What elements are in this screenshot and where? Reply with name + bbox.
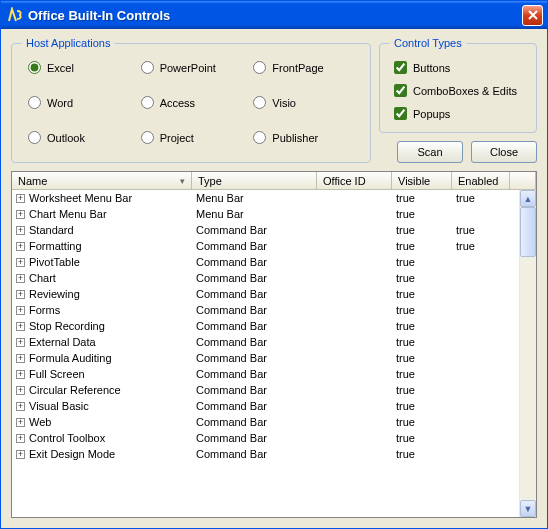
check-popups[interactable]: Popups <box>394 107 526 120</box>
table-header: Name ▾ Type Office ID Visible Enabled <box>12 172 536 190</box>
table-row[interactable]: +Chart Menu BarMenu Bartrue <box>12 206 519 222</box>
radio-input-publisher[interactable] <box>253 131 266 144</box>
radio-project[interactable]: Project <box>141 131 248 144</box>
expand-icon[interactable]: + <box>16 274 25 283</box>
radio-excel[interactable]: Excel <box>28 61 135 74</box>
table-row[interactable]: +Visual BasicCommand Bartrue <box>12 398 519 414</box>
radio-frontpage[interactable]: FrontPage <box>253 61 360 74</box>
row-type: Command Bar <box>192 272 317 284</box>
scroll-track[interactable] <box>520 207 536 500</box>
expand-icon[interactable]: + <box>16 194 25 203</box>
expand-icon[interactable]: + <box>16 322 25 331</box>
radio-visio[interactable]: Visio <box>253 96 360 109</box>
table-row[interactable]: +PivotTableCommand Bartrue <box>12 254 519 270</box>
expand-icon[interactable]: + <box>16 386 25 395</box>
row-type: Command Bar <box>192 352 317 364</box>
row-enabled: true <box>452 224 510 236</box>
controls-table: Name ▾ Type Office ID Visible Enabled +W… <box>11 171 537 518</box>
column-office-id[interactable]: Office ID <box>317 172 392 189</box>
check-input[interactable] <box>394 61 407 74</box>
column-name-label: Name <box>18 175 47 187</box>
column-name[interactable]: Name ▾ <box>12 172 192 189</box>
radio-input-frontpage[interactable] <box>253 61 266 74</box>
row-visible: true <box>392 304 452 316</box>
scroll-up-button[interactable]: ▲ <box>520 190 536 207</box>
scroll-down-button[interactable]: ▼ <box>520 500 536 517</box>
row-name: Full Screen <box>29 368 85 380</box>
expand-icon[interactable]: + <box>16 434 25 443</box>
radio-access[interactable]: Access <box>141 96 248 109</box>
app-icon <box>7 7 23 23</box>
row-type: Menu Bar <box>192 208 317 220</box>
row-type: Command Bar <box>192 432 317 444</box>
table-row[interactable]: +WebCommand Bartrue <box>12 414 519 430</box>
radio-outlook[interactable]: Outlook <box>28 131 135 144</box>
scan-button[interactable]: Scan <box>397 141 463 163</box>
row-visible: true <box>392 192 452 204</box>
table-row[interactable]: +FormsCommand Bartrue <box>12 302 519 318</box>
expand-icon[interactable]: + <box>16 450 25 459</box>
radio-powerpoint[interactable]: PowerPoint <box>141 61 248 74</box>
radio-label: FrontPage <box>272 62 323 74</box>
table-row[interactable]: +Circular ReferenceCommand Bartrue <box>12 382 519 398</box>
row-visible: true <box>392 256 452 268</box>
radio-input-powerpoint[interactable] <box>141 61 154 74</box>
table-row[interactable]: +External DataCommand Bartrue <box>12 334 519 350</box>
check-buttons[interactable]: Buttons <box>394 61 526 74</box>
expand-icon[interactable]: + <box>16 258 25 267</box>
table-row[interactable]: +Exit Design ModeCommand Bartrue <box>12 446 519 462</box>
expand-icon[interactable]: + <box>16 370 25 379</box>
titlebar[interactable]: Office Built-In Controls <box>1 1 547 29</box>
column-visible[interactable]: Visible <box>392 172 452 189</box>
expand-icon[interactable]: + <box>16 354 25 363</box>
check-label: Popups <box>413 108 450 120</box>
table-row[interactable]: +Worksheet Menu BarMenu Bartruetrue <box>12 190 519 206</box>
check-input[interactable] <box>394 107 407 120</box>
close-button[interactable]: Close <box>471 141 537 163</box>
expand-icon[interactable]: + <box>16 306 25 315</box>
table-row[interactable]: +StandardCommand Bartruetrue <box>12 222 519 238</box>
row-type: Command Bar <box>192 304 317 316</box>
table-row[interactable]: +FormattingCommand Bartruetrue <box>12 238 519 254</box>
expand-icon[interactable]: + <box>16 338 25 347</box>
radio-input-outlook[interactable] <box>28 131 41 144</box>
row-visible: true <box>392 432 452 444</box>
row-name: Formatting <box>29 240 82 252</box>
close-window-button[interactable] <box>522 5 543 26</box>
table-row[interactable]: +Formula AuditingCommand Bartrue <box>12 350 519 366</box>
expand-icon[interactable]: + <box>16 226 25 235</box>
radio-publisher[interactable]: Publisher <box>253 131 360 144</box>
table-row[interactable]: +Full ScreenCommand Bartrue <box>12 366 519 382</box>
check-input[interactable] <box>394 84 407 97</box>
radio-input-visio[interactable] <box>253 96 266 109</box>
radio-input-access[interactable] <box>141 96 154 109</box>
column-type[interactable]: Type <box>192 172 317 189</box>
expand-icon[interactable]: + <box>16 418 25 427</box>
column-enabled[interactable]: Enabled <box>452 172 510 189</box>
vertical-scrollbar[interactable]: ▲ ▼ <box>519 190 536 517</box>
row-type: Command Bar <box>192 240 317 252</box>
table-row[interactable]: +ReviewingCommand Bartrue <box>12 286 519 302</box>
scroll-thumb[interactable] <box>520 207 536 257</box>
row-name: Visual Basic <box>29 400 89 412</box>
expand-icon[interactable]: + <box>16 402 25 411</box>
row-visible: true <box>392 336 452 348</box>
expand-icon[interactable]: + <box>16 290 25 299</box>
radio-word[interactable]: Word <box>28 96 135 109</box>
radio-input-project[interactable] <box>141 131 154 144</box>
row-visible: true <box>392 416 452 428</box>
control-types-legend: Control Types <box>390 37 466 49</box>
radio-label: Access <box>160 97 195 109</box>
row-visible: true <box>392 288 452 300</box>
radio-input-word[interactable] <box>28 96 41 109</box>
table-row[interactable]: +Control ToolboxCommand Bartrue <box>12 430 519 446</box>
expand-icon[interactable]: + <box>16 210 25 219</box>
table-row[interactable]: +ChartCommand Bartrue <box>12 270 519 286</box>
expand-icon[interactable]: + <box>16 242 25 251</box>
radio-input-excel[interactable] <box>28 61 41 74</box>
radio-label: Project <box>160 132 194 144</box>
row-name: PivotTable <box>29 256 80 268</box>
check-label: ComboBoxes & Edits <box>413 85 517 97</box>
check-comboboxes-edits[interactable]: ComboBoxes & Edits <box>394 84 526 97</box>
table-row[interactable]: +Stop RecordingCommand Bartrue <box>12 318 519 334</box>
